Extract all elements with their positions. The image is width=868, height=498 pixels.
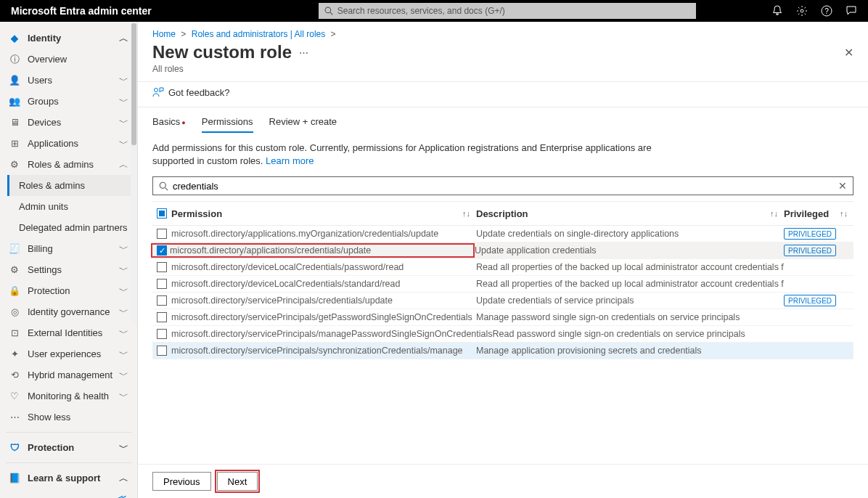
nav-user-experiences[interactable]: ✦User experiences﹀ <box>0 343 137 364</box>
table-row[interactable]: microsoft.directory/applications/credent… <box>152 242 853 259</box>
header-description[interactable]: Description <box>476 208 528 219</box>
chevron-up-icon: ︿ <box>119 158 128 171</box>
description-cell: Manage password single sign-on credentia… <box>476 312 784 322</box>
description-cell: Update application credentials <box>475 245 784 256</box>
row-checkbox[interactable] <box>157 229 167 239</box>
permission-cell: microsoft.directory/applications.myOrgan… <box>171 229 476 239</box>
nav-hybrid-management[interactable]: ⟲Hybrid management﹀ <box>0 364 137 385</box>
clear-filter-icon[interactable]: ✕ <box>838 180 847 192</box>
chevron-up-icon: ︿ <box>119 32 128 45</box>
table-row[interactable]: microsoft.directory/servicePrincipals/ge… <box>152 309 853 326</box>
svg-point-0 <box>325 7 331 13</box>
chevron-down-icon: ﹀ <box>119 264 128 277</box>
header-privileged[interactable]: Privileged <box>784 208 829 219</box>
breadcrumb-home[interactable]: Home <box>152 29 176 39</box>
nav-protection[interactable]: 🔒Protection﹀ <box>0 280 137 301</box>
permission-filter-input[interactable]: ✕ <box>152 176 853 195</box>
search-icon <box>324 7 333 15</box>
row-checkbox[interactable] <box>157 245 167 256</box>
next-button[interactable]: Next <box>217 472 258 491</box>
sidebar: ◆ Identity ︿ ⓘOverview 👤Users﹀ 👥Groups﹀ … <box>0 22 138 498</box>
row-checkbox[interactable] <box>157 295 167 306</box>
nav-monitoring-health[interactable]: ♡Monitoring & health﹀ <box>0 385 137 407</box>
table-row[interactable]: microsoft.directory/applications.myOrgan… <box>152 226 853 242</box>
table-row[interactable]: microsoft.directory/servicePrincipals/cr… <box>152 293 853 309</box>
close-icon[interactable]: ✕ <box>844 46 853 60</box>
sort-icon[interactable]: ↑↓ <box>770 209 778 218</box>
nav-devices[interactable]: 🖥Devices﹀ <box>0 112 137 133</box>
notifications-icon[interactable] <box>771 5 783 17</box>
nav-applications[interactable]: ⊞Applications﹀ <box>0 133 137 154</box>
row-checkbox[interactable] <box>157 329 167 339</box>
nav-show-less[interactable]: ⋯Show less <box>0 407 137 428</box>
permission-cell: microsoft.directory/deviceLocalCredentia… <box>171 279 476 289</box>
chevron-down-icon: ﹀ <box>119 137 128 150</box>
applications-icon: ⊞ <box>9 138 20 149</box>
sidebar-collapse-button[interactable]: ≪ <box>0 489 137 498</box>
lock-icon: 🔒 <box>9 285 20 296</box>
nav-protection-section[interactable]: 🛡Protection﹀ <box>0 437 137 458</box>
breadcrumb-roles[interactable]: Roles and administrators | All roles <box>192 29 326 39</box>
table-row[interactable]: microsoft.directory/servicePrincipals/sy… <box>152 343 853 359</box>
chevron-down-icon: ﹀ <box>119 390 128 403</box>
svg-text:?: ? <box>824 7 829 15</box>
nav-identity-governance[interactable]: ◎Identity governance﹀ <box>0 301 137 322</box>
gear-icon: ⚙ <box>9 264 20 275</box>
nav-users[interactable]: 👤Users﹀ <box>0 70 137 91</box>
book-icon: 📘 <box>9 473 20 483</box>
app-title: Microsoft Entra admin center <box>11 5 152 17</box>
nav-learn-support[interactable]: 📘Learn & support︿ <box>0 468 137 489</box>
tab-review-create[interactable]: Review + create <box>269 112 337 133</box>
nav-groups[interactable]: 👥Groups﹀ <box>0 91 137 112</box>
header-permission[interactable]: Permission <box>171 208 222 219</box>
sort-icon[interactable]: ↑↓ <box>462 209 470 218</box>
dots-icon: ⋯ <box>9 412 20 423</box>
groups-icon: 👥 <box>9 96 20 107</box>
privileged-badge: PRIVILEGED <box>784 228 836 240</box>
table-row[interactable]: microsoft.directory/deviceLocalCredentia… <box>152 276 853 293</box>
billing-icon: 🧾 <box>9 243 20 254</box>
settings-icon[interactable] <box>796 5 808 17</box>
permission-cell: microsoft.directory/applications/credent… <box>170 245 472 256</box>
nav-settings[interactable]: ⚙Settings﹀ <box>0 259 137 280</box>
sidebar-scrollbar[interactable] <box>131 22 137 323</box>
shield-icon: 🛡 <box>9 442 20 453</box>
svg-point-6 <box>160 182 165 188</box>
row-checkbox[interactable] <box>157 262 167 272</box>
feedback-icon[interactable] <box>846 5 857 17</box>
help-icon[interactable]: ? <box>821 5 832 17</box>
more-actions-icon[interactable]: ⋯ <box>299 47 308 58</box>
page-subtitle: All roles <box>138 64 868 81</box>
select-all-checkbox[interactable] <box>157 208 167 219</box>
nav-overview[interactable]: ⓘOverview <box>0 49 137 70</box>
permission-cell: microsoft.directory/servicePrincipals/ma… <box>171 329 493 339</box>
nav-delegated-partners[interactable]: Delegated admin partners <box>0 217 137 238</box>
chevron-down-icon: ﹀ <box>119 441 128 454</box>
page-title: New custom role <box>152 42 292 62</box>
nav-roles-admins[interactable]: ⚙Roles & admins︿ <box>0 154 137 175</box>
heart-icon: ♡ <box>9 391 20 401</box>
feedback-link[interactable]: Got feedback? <box>138 82 868 107</box>
row-checkbox[interactable] <box>157 312 167 322</box>
nav-billing[interactable]: 🧾Billing﹀ <box>0 238 137 259</box>
nav-admin-units[interactable]: Admin units <box>0 196 137 217</box>
nav-identity[interactable]: ◆ Identity ︿ <box>0 28 137 49</box>
chevron-down-icon: ﹀ <box>119 116 128 129</box>
identity-icon: ◆ <box>9 33 20 44</box>
tab-permissions[interactable]: Permissions <box>202 112 253 133</box>
global-search-input[interactable]: Search resources, services, and docs (G+… <box>319 3 696 19</box>
nav-roles-admins-sub[interactable]: Roles & admins <box>7 175 137 196</box>
table-row[interactable]: microsoft.directory/servicePrincipals/ma… <box>152 326 853 343</box>
privileged-badge: PRIVILEGED <box>784 245 836 256</box>
row-checkbox[interactable] <box>157 346 167 356</box>
sort-icon[interactable]: ↑↓ <box>840 209 848 218</box>
chevron-down-icon: ﹀ <box>119 306 128 319</box>
learn-more-link[interactable]: Learn more <box>266 155 314 166</box>
nav-external-identities[interactable]: ⊡External Identities﹀ <box>0 322 137 343</box>
previous-button[interactable]: Previous <box>152 472 211 491</box>
row-checkbox[interactable] <box>157 279 167 289</box>
table-row[interactable]: microsoft.directory/deviceLocalCredentia… <box>152 259 853 276</box>
chevron-down-icon: ﹀ <box>119 327 128 340</box>
chevron-down-icon: ﹀ <box>119 242 128 256</box>
tab-basics[interactable]: Basics● <box>152 112 186 133</box>
